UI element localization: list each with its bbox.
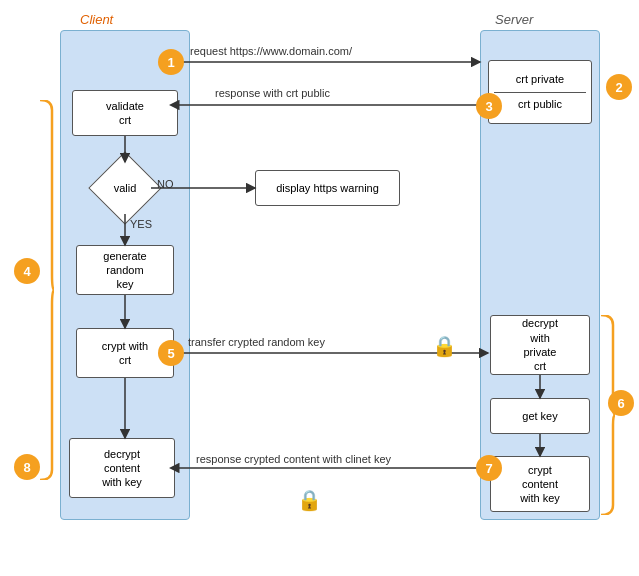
- lock-icon-2: 🔒: [297, 488, 322, 512]
- display-warning-box: display https warning: [255, 170, 400, 206]
- badge-8: 8: [14, 454, 40, 480]
- response-content-label: response crypted content with clinet key: [196, 453, 391, 465]
- validate-crt-box: validate crt: [72, 90, 178, 136]
- badge-3: 3: [476, 93, 502, 119]
- yes-label: YES: [130, 218, 152, 230]
- badge-4: 4: [14, 258, 40, 284]
- client-label: Client: [80, 12, 113, 27]
- request-label: request https://www.domain.com/: [190, 45, 352, 57]
- left-brace: [36, 90, 54, 490]
- get-key-box: get key: [490, 398, 590, 434]
- crt-box: crt private crt public: [488, 60, 592, 124]
- decrypt-content-box: decrypt content with key: [69, 438, 175, 498]
- transfer-key-label: transfer crypted random key: [188, 336, 325, 348]
- lock-icon-1: 🔒: [432, 334, 457, 358]
- badge-5: 5: [158, 340, 184, 366]
- generate-key-box: generate random key: [76, 245, 174, 295]
- badge-2: 2: [606, 74, 632, 100]
- badge-7: 7: [476, 455, 502, 481]
- no-label: NO: [157, 178, 174, 190]
- badge-1: 1: [158, 49, 184, 75]
- diagram: Client Server validate crt valid display…: [0, 0, 639, 576]
- server-label: Server: [495, 12, 533, 27]
- valid-diamond: valid: [99, 162, 151, 214]
- badge-6: 6: [608, 390, 634, 416]
- decrypt-private-box: decrypt with private crt: [490, 315, 590, 375]
- right-brace: [597, 315, 615, 518]
- crypt-content-box: crypt content with key: [490, 456, 590, 512]
- response-crt-label: response with crt public: [215, 87, 330, 99]
